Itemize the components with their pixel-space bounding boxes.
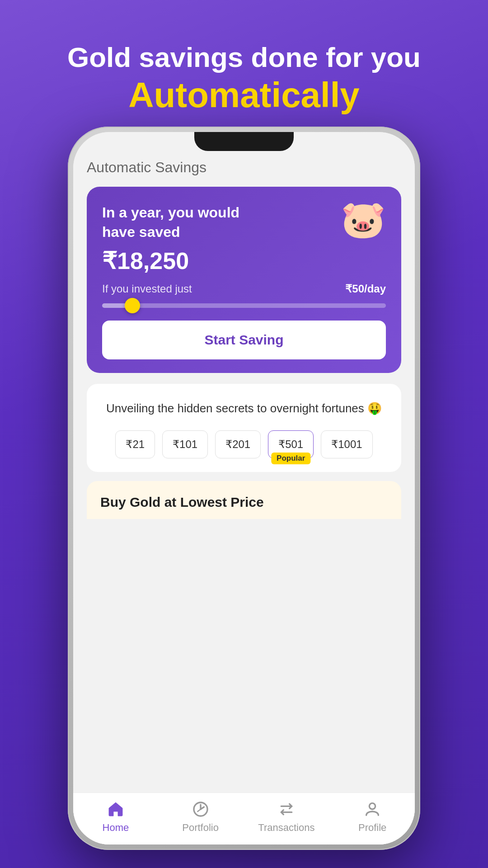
savings-card-top: In a year, you would have saved 🐷	[102, 203, 386, 242]
page-title: Automatic Savings	[87, 155, 401, 176]
secrets-section: Unveiling the hidden secrets to overnigh…	[87, 384, 401, 472]
investment-row: If you invested just ₹50/day	[102, 283, 386, 295]
nav-item-profile[interactable]: Profile	[345, 800, 399, 834]
start-saving-button[interactable]: Start Saving	[102, 321, 386, 359]
investment-label: If you invested just	[102, 283, 192, 295]
amount-chip-label: ₹101	[173, 438, 197, 450]
slider-thumb[interactable]	[125, 298, 140, 313]
profile-icon	[363, 800, 381, 818]
amount-chip-label: ₹1001	[331, 438, 362, 450]
scrollable-area: Automatic Savings In a year, you would h…	[73, 132, 415, 793]
savings-amount: ₹18,250	[102, 247, 386, 274]
header-line1: Gold savings done for you	[0, 41, 488, 74]
amount-chip-1001[interactable]: ₹1001	[321, 430, 372, 458]
slider-track	[102, 303, 386, 308]
svg-point-1	[369, 803, 375, 809]
header-line2: Automatically	[0, 74, 488, 117]
buy-gold-section: Buy Gold at Lowest Price	[87, 481, 401, 519]
savings-card: In a year, you would have saved 🐷 ₹18,25…	[87, 187, 401, 373]
screen-content: Automatic Savings In a year, you would h…	[73, 132, 415, 844]
amount-chip-101[interactable]: ₹101	[162, 430, 208, 458]
phone-mockup: Automatic Savings In a year, you would h…	[68, 127, 420, 850]
phone-notch	[194, 132, 294, 151]
nav-label-portfolio: Portfolio	[182, 822, 219, 834]
nav-item-portfolio[interactable]: Portfolio	[174, 800, 228, 834]
amount-chip-label: ₹501	[278, 438, 303, 450]
investment-amount: ₹50/day	[345, 283, 386, 295]
home-icon	[107, 800, 125, 818]
savings-description: In a year, you would have saved	[102, 203, 258, 242]
phone-screen: Automatic Savings In a year, you would h…	[73, 132, 415, 844]
nav-item-home[interactable]: Home	[89, 800, 143, 834]
bottom-nav: Home Portfolio	[73, 793, 415, 844]
piggy-bank-icon: 🐷	[341, 198, 386, 241]
nav-label-profile: Profile	[358, 822, 386, 834]
secrets-title: Unveiling the hidden secrets to overnigh…	[100, 400, 388, 416]
amounts-row: ₹21 ₹101 ₹201 ₹501 Popular	[100, 430, 388, 458]
nav-label-home: Home	[103, 822, 129, 834]
amount-chip-label: ₹201	[225, 438, 250, 450]
nav-item-transactions[interactable]: Transactions	[258, 800, 314, 834]
popular-badge: Popular	[271, 453, 310, 464]
amount-chip-label: ₹21	[126, 438, 145, 450]
phone-outer-frame: Automatic Savings In a year, you would h…	[68, 127, 420, 850]
savings-slider[interactable]	[102, 303, 386, 308]
nav-label-transactions: Transactions	[258, 822, 314, 834]
amount-chip-21[interactable]: ₹21	[115, 430, 155, 458]
transactions-icon	[277, 800, 296, 818]
buy-gold-title: Buy Gold at Lowest Price	[100, 495, 388, 510]
amount-chip-201[interactable]: ₹201	[215, 430, 261, 458]
portfolio-icon	[192, 800, 210, 818]
app-header: Gold savings done for you Automatically	[0, 0, 488, 135]
amount-chip-501[interactable]: ₹501 Popular	[268, 430, 314, 458]
